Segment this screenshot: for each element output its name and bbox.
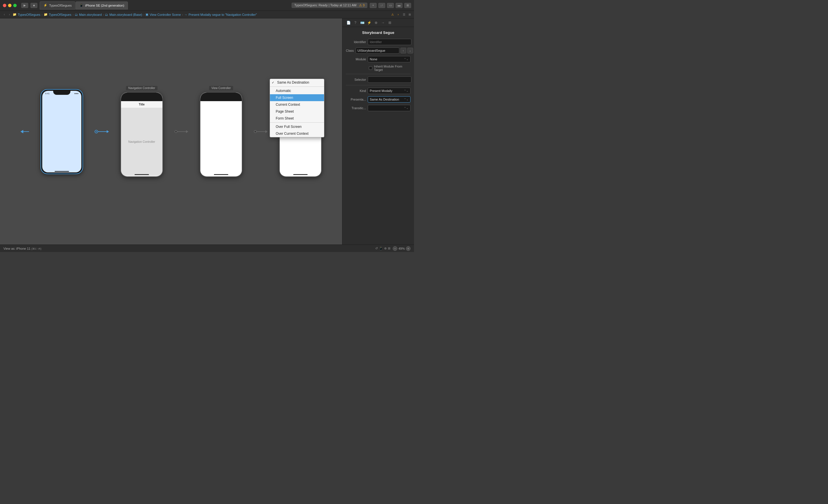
quick-help-tab[interactable]: ?: [352, 20, 359, 26]
nav-title-bar: Title: [121, 101, 162, 108]
view-label: View as: iPhone 11 (⌘C ↑R): [3, 247, 41, 250]
breadcrumb-5[interactable]: ▣ View Controller Scene: [146, 13, 181, 16]
kind-select[interactable]: Present Modally ⌃⌄: [368, 88, 411, 94]
vc2-iphone[interactable]: [200, 92, 242, 177]
first-iphone[interactable]: 9:41 ●●●: [41, 89, 83, 174]
vc2-home-indicator: [214, 174, 228, 175]
breadcrumb-bar: ‹ › 📁 TypesOfSegues › 📁 TypesOfSegues › …: [0, 11, 414, 18]
warning-badge: ⚠ 3: [359, 3, 365, 7]
dropdown-item-full-screen[interactable]: Full Screen: [270, 94, 324, 101]
refresh-icon[interactable]: ↺: [375, 246, 378, 250]
module-select[interactable]: None ⌃⌄: [368, 56, 411, 62]
time-display: 9:41: [45, 92, 50, 95]
file-inspector-tab[interactable]: 📄: [345, 20, 351, 26]
breadcrumb-4[interactable]: 🗂 Main.storyboard (Base): [105, 13, 142, 16]
selector-row: Selector: [346, 77, 411, 83]
device-tab[interactable]: 📱 iPhone SE (2nd generation): [76, 1, 128, 9]
breadcrumb-2[interactable]: 📁 TypesOfSegues: [44, 13, 71, 16]
run-button[interactable]: ▶: [21, 3, 28, 8]
zoom-plus-btn[interactable]: +: [406, 246, 411, 251]
segue-1[interactable]: [94, 130, 109, 133]
transition-select[interactable]: ⌃⌄: [368, 105, 411, 111]
initial-arrow: [20, 130, 29, 133]
class-arrow-btn[interactable]: ↑: [401, 48, 406, 53]
segue-arrowhead-2: [186, 130, 188, 133]
breadcrumb-6[interactable]: → Present Modally segue to "Navigation C…: [184, 13, 257, 16]
dropdown-item-page-sheet[interactable]: Page Sheet: [270, 108, 324, 115]
segue-dot-2: [174, 130, 177, 133]
selector-input[interactable]: [368, 77, 411, 83]
segue-arrowhead-3: [265, 130, 268, 133]
attributes-inspector-tab[interactable]: ⚡: [366, 20, 372, 26]
folder-icon-2: 📁: [44, 13, 48, 16]
presentation-select[interactable]: Same As Destination ⌃⌄: [368, 96, 411, 103]
vc2-body: [200, 101, 242, 175]
source-control-button[interactable]: ↓↑: [378, 3, 385, 8]
class-input[interactable]: [356, 47, 399, 54]
nav-header: [121, 93, 162, 101]
divider-2: [346, 85, 411, 85]
build-status: TypesOfSegues: Ready | Today at 12:11 AM…: [292, 3, 367, 8]
segue-2[interactable]: [174, 130, 188, 133]
identifier-input[interactable]: [368, 39, 411, 45]
breadcrumb-warn2[interactable]: ›: [396, 13, 400, 17]
zoom-value: 49%: [399, 247, 405, 250]
add-button[interactable]: +: [370, 3, 377, 8]
bindings-inspector-tab[interactable]: ⊞: [387, 20, 393, 26]
layout-button-3[interactable]: ⊞: [404, 3, 411, 8]
identity-inspector-tab[interactable]: 🪪: [359, 20, 365, 26]
layout-button-2[interactable]: ▬: [396, 3, 403, 8]
class-value-row: ↑ ↓: [356, 47, 413, 54]
dropdown-item-over-full-screen[interactable]: Over Full Screen: [270, 123, 324, 130]
panel-content: Storyboard Segue Identifier Class ↑ ↓ Mo…: [342, 27, 414, 244]
close-button[interactable]: [3, 4, 6, 7]
breadcrumb-back[interactable]: ‹: [2, 13, 6, 17]
dropdown-item-over-current-context[interactable]: Over Current Context: [270, 130, 324, 137]
dropdown-item-same-as-destination[interactable]: Same As Destination: [270, 79, 324, 86]
scheme-tab[interactable]: ⚡ TypesOfSegues: [40, 1, 75, 9]
storyboard-base-icon: 🗂: [105, 13, 108, 16]
breadcrumb-sep-3: ›: [103, 13, 104, 16]
device-icon: 📱: [79, 3, 83, 7]
segue-3[interactable]: [254, 130, 268, 133]
nav-scene-label: Navigation Controller: [126, 86, 157, 90]
minimize-button[interactable]: [8, 4, 11, 7]
layout-button-1[interactable]: ▭: [387, 3, 394, 8]
segue-dot-3: [254, 130, 257, 133]
size-inspector-tab[interactable]: ⊕: [373, 20, 379, 26]
zoom-control: − 49% +: [393, 246, 411, 251]
transition-arrows: ⌃⌄: [404, 106, 409, 109]
layout-toggle[interactable]: ⊞: [408, 13, 412, 17]
breadcrumb-sep-1: ›: [41, 13, 43, 16]
breadcrumb-3[interactable]: 🗂 Main.storyboard: [75, 13, 102, 16]
dropdown-item-current-context[interactable]: Current Context: [270, 101, 324, 108]
titlebar-right: + ↓↑ ▭ ▬ ⊞: [370, 3, 411, 8]
breadcrumb-forward[interactable]: ›: [7, 13, 11, 17]
breadcrumb-1[interactable]: 📁 TypesOfSegues: [13, 13, 40, 16]
size-icon[interactable]: ⊕: [384, 246, 387, 250]
first-vc-container: 9:41 ●●●: [41, 89, 83, 174]
inherit-checkbox[interactable]: [369, 66, 372, 70]
breadcrumb-warn[interactable]: ⚠: [390, 13, 395, 17]
zoom-minus-btn[interactable]: −: [393, 246, 397, 251]
fullscreen-button[interactable]: [13, 4, 17, 7]
storyboard-icon: 🗂: [75, 13, 78, 16]
dropdown-item-form-sheet[interactable]: Form Sheet: [270, 115, 324, 122]
view-icon[interactable]: ⊞: [388, 246, 390, 250]
dropdown-item-automatic[interactable]: Automatic: [270, 87, 324, 94]
canvas-area[interactable]: 9:41 ●●● Navigation Controller: [0, 18, 342, 244]
transition-label: Transitic...: [346, 106, 366, 110]
segue-line-3: [257, 131, 265, 132]
module-value: None: [370, 57, 404, 61]
connections-inspector-tab[interactable]: →: [380, 20, 386, 26]
class-down-btn[interactable]: ↓: [407, 48, 413, 53]
inspector-toggle[interactable]: ☰: [402, 13, 406, 17]
device-icon[interactable]: 📱: [379, 246, 383, 250]
class-label: Class: [346, 49, 354, 52]
module-row: Module None ⌃⌄: [346, 56, 411, 62]
inherit-label: Inherit Module From Target: [374, 65, 411, 72]
segue-icon: →: [184, 13, 188, 16]
stop-button[interactable]: ■: [31, 3, 37, 8]
segue-line-2: [177, 131, 186, 132]
nav-iphone[interactable]: Title Navigation Controller: [120, 92, 163, 177]
